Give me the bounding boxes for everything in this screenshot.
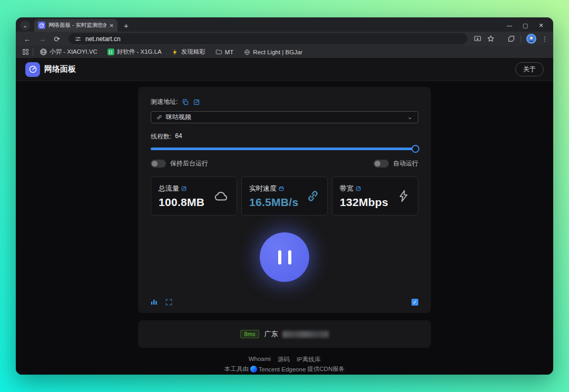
stat-card-total-traffic: 总流量 100.8MB (151, 177, 237, 215)
address-row: 测速地址: (151, 97, 418, 106)
bookmark-item[interactable]: 小羿 - XIAOYI.VC (37, 48, 101, 56)
keep-background-toggle[interactable] (151, 160, 166, 168)
tab-title: 网络面板 - 实时监测您的网络监 (48, 22, 106, 29)
keep-background-toggle-row: 保持后台运行 (151, 159, 208, 168)
chevron-down-icon: ⌄ (23, 23, 27, 28)
browser-menu-icon[interactable]: ⋮ (542, 35, 548, 43)
page-content: 测速地址: (16, 81, 553, 375)
page-title: 网络面板 (44, 64, 76, 74)
location-text: 广东 (264, 329, 278, 339)
toolbar-icons: ⋮ (474, 34, 548, 44)
toggles-row: 保持后台运行 自动运行 (151, 159, 418, 168)
ping-card: 8ms 广东 (138, 320, 431, 348)
card-bottom-row: ✓ (151, 299, 418, 306)
threads-row: 线程数: 64 (151, 132, 418, 141)
spark-bookmark-icon (172, 48, 179, 55)
link-icon (156, 114, 162, 120)
bookmark-item[interactable]: Rect Light | BGJar (240, 48, 306, 55)
server-select-value: 咪咕视频 (166, 113, 404, 122)
stat-value: 16.5MB/s (249, 196, 298, 209)
browser-toolbar: ← → ⟳ net.netart.cn (16, 32, 553, 46)
location-redacted (282, 331, 329, 338)
link-icon (305, 188, 320, 203)
cloud-icon (213, 188, 229, 204)
page-footer: Whoami 源码 IP离线库 本工具由 Tencent Edgeone 提供C… (224, 356, 345, 373)
edit-icon (356, 186, 361, 191)
minimize-button[interactable]: — (502, 23, 517, 28)
source-code-link[interactable]: 源码 (278, 356, 290, 364)
pause-zone (151, 215, 418, 299)
apps-grid-icon[interactable] (22, 48, 29, 55)
bookmarks-divider (33, 48, 33, 56)
threads-slider[interactable] (151, 144, 418, 153)
ip-database-link[interactable]: IP离线库 (297, 356, 320, 364)
threads-label: 线程数: (151, 132, 171, 141)
address-bar[interactable]: net.netart.cn (68, 33, 467, 44)
browser-titlebar: ⌄ 网络面板 - 实时监测您的网络监 ✕ + — ▢ ✕ (16, 17, 553, 32)
install-app-icon[interactable] (474, 35, 482, 43)
edgeone-icon (250, 366, 257, 373)
url-text: net.netart.cn (85, 35, 121, 43)
site-logo-icon (25, 62, 40, 77)
bookmark-item[interactable]: 好软件 - X1G.LA (104, 48, 165, 56)
tab-close-icon[interactable]: ✕ (110, 23, 114, 28)
maximize-button[interactable]: ▢ (517, 22, 533, 29)
toggle-knob (375, 161, 380, 166)
cdn-brand-link[interactable]: Tencent Edgeone (259, 366, 306, 373)
bookmark-star-icon[interactable] (487, 35, 495, 43)
slider-thumb[interactable] (411, 145, 419, 153)
about-button[interactable]: 关于 (515, 62, 544, 76)
toolbar-divider (521, 35, 521, 43)
speedtest-card: 测速地址: (138, 87, 431, 313)
calendar-icon (279, 186, 284, 191)
stat-card-realtime-speed: 实时速度 16.5MB/s (241, 177, 328, 215)
site-favicon-icon (38, 22, 45, 29)
forward-button[interactable]: → (36, 35, 48, 43)
pause-icon (278, 250, 281, 264)
cdn-suffix: 提供CDN服务 (307, 365, 345, 373)
site-settings-icon (75, 36, 81, 42)
new-tab-button[interactable]: + (124, 21, 129, 30)
avatar-bookmark-icon (40, 48, 47, 55)
keep-background-label: 保持后台运行 (170, 159, 208, 168)
stat-value: 100.8MB (159, 196, 204, 209)
whoami-link[interactable]: Whoami (249, 356, 271, 364)
auto-run-toggle[interactable] (374, 160, 389, 168)
browser-window: ⌄ 网络面板 - 实时监测您的网络监 ✕ + — ▢ ✕ ← → ⟳ (16, 17, 553, 375)
edit-icon (181, 186, 187, 191)
edit-icon[interactable] (193, 99, 200, 105)
server-select[interactable]: 咪咕视频 ⌄ (151, 111, 418, 123)
refresh-button[interactable]: ⟳ (51, 35, 63, 43)
fullscreen-icon[interactable] (165, 299, 172, 306)
copy-icon[interactable] (182, 99, 189, 105)
stats-row: 总流量 100.8MB 实时速度 (151, 177, 418, 215)
address-label: 测速地址: (151, 97, 178, 106)
latency-badge: 8ms (240, 330, 260, 338)
bookmark-folder[interactable]: MT (212, 48, 237, 55)
stat-label: 带宽 (340, 184, 354, 193)
close-window-button[interactable]: ✕ (533, 22, 549, 29)
green-app-bookmark-icon (107, 48, 114, 55)
site-header: 网络面板 关于 (16, 58, 553, 81)
threads-value: 64 (175, 132, 182, 141)
cdn-prefix: 本工具由 (224, 365, 249, 373)
window-controls: — ▢ ✕ (502, 22, 549, 29)
auto-run-toggle-row: 自动运行 (374, 159, 418, 168)
tab-search-button[interactable]: ⌄ (20, 21, 30, 31)
extensions-icon[interactable] (507, 35, 515, 43)
folder-icon (215, 48, 222, 55)
stat-label: 总流量 (159, 184, 179, 193)
toggle-knob (152, 161, 158, 166)
pause-button[interactable] (260, 232, 309, 282)
browser-tab[interactable]: 网络面板 - 实时监测您的网络监 ✕ (34, 19, 117, 32)
chart-icon[interactable] (151, 299, 158, 306)
checkbox-checked[interactable]: ✓ (411, 299, 418, 306)
stat-value: 132Mbps (340, 196, 388, 209)
lightning-icon (397, 189, 410, 203)
bookmark-item[interactable]: 发现精彩 (169, 48, 209, 56)
slider-track (151, 148, 418, 150)
back-button[interactable]: ← (21, 35, 34, 43)
profile-avatar[interactable] (526, 34, 536, 44)
bookmarks-bar: 小羿 - XIAOYI.VC 好软件 - X1G.LA 发现精彩 MT Rect… (16, 46, 553, 58)
chevron-down-icon: ⌄ (407, 115, 413, 119)
